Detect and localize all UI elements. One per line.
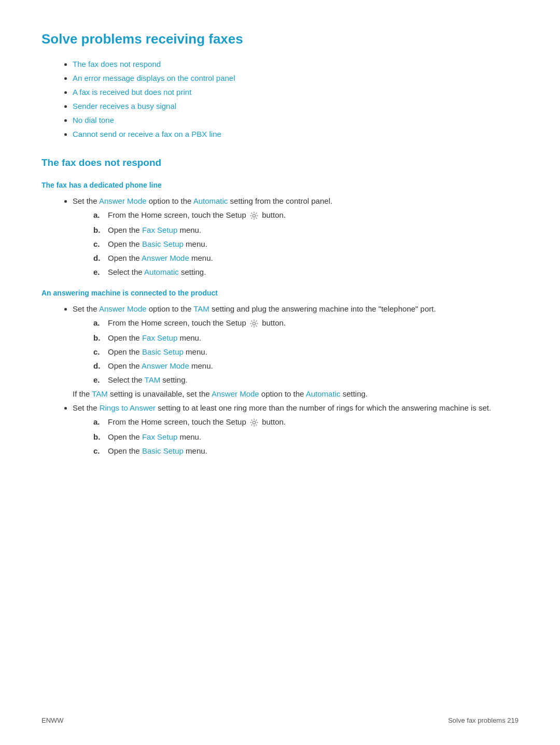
automatic-link3[interactable]: Automatic [306, 389, 341, 398]
step-1c: c. Open the Basic Setup menu. [93, 240, 519, 248]
step-content-2e: Select the TAM setting. [108, 375, 188, 384]
svg-point-1 [253, 322, 255, 325]
step-label-2c: c. [93, 347, 108, 356]
step-label-1e: e. [93, 268, 108, 276]
step-content-2b: Open the Fax Setup menu. [108, 333, 201, 342]
tam-link3[interactable]: TAM [92, 389, 108, 398]
step-label-2e: e. [93, 375, 108, 384]
svg-point-0 [253, 214, 255, 217]
toc-item-1[interactable]: The fax does not respond [73, 60, 519, 68]
step-2c: c. Open the Basic Setup menu. [93, 347, 519, 356]
basic-setup-link2[interactable]: Basic Setup [142, 347, 184, 356]
automatic-link2[interactable]: Automatic [144, 268, 179, 276]
toc-link-4[interactable]: Sender receives a busy signal [73, 102, 176, 110]
step-3b: b. Open the Fax Setup menu. [93, 432, 519, 441]
subsection2-bullets: Set the Answer Mode option to the TAM se… [41, 304, 519, 455]
svg-point-2 [253, 421, 255, 424]
step-3c: c. Open the Basic Setup menu. [93, 446, 519, 455]
setup-icon-2a [248, 318, 262, 327]
subsection1-bullet1: Set the Answer Mode option to the Automa… [73, 196, 519, 276]
subsection1-steps: a. From the Home screen, touch the Setup… [73, 210, 519, 276]
step-label-1d: d. [93, 254, 108, 262]
rings-to-answer-link[interactable]: Rings to Answer [100, 403, 156, 412]
tam-link2[interactable]: TAM [145, 375, 161, 384]
toc-link-6[interactable]: Cannot send or receive a fax on a PBX li… [73, 130, 221, 138]
subsection2-steps2: a. From the Home screen, touch the Setup… [73, 417, 519, 455]
footer-left: ENWW [41, 716, 64, 724]
step-content-2a: From the Home screen, touch the Setup bu… [108, 318, 286, 328]
toc-link-3[interactable]: A fax is received but does not print [73, 88, 191, 96]
setup-icon-1a [248, 210, 262, 219]
basic-setup-link3[interactable]: Basic Setup [142, 446, 184, 455]
tam-link1[interactable]: TAM [193, 304, 209, 313]
toc-link-1[interactable]: The fax does not respond [73, 60, 161, 68]
fax-setup-link1[interactable]: Fax Setup [142, 226, 177, 234]
step-content-1c: Open the Basic Setup menu. [108, 240, 207, 248]
step-content-1a: From the Home screen, touch the Setup bu… [108, 210, 286, 220]
step-content-2c: Open the Basic Setup menu. [108, 347, 207, 356]
step-2e: e. Select the TAM setting. [93, 375, 519, 384]
step-label-3b: b. [93, 432, 108, 441]
subsection1-bullet1-main: Set the Answer Mode option to the Automa… [73, 196, 332, 205]
step-1b: b. Open the Fax Setup menu. [93, 226, 519, 234]
page-footer: ENWW Solve fax problems 219 [41, 716, 519, 724]
step-content-1e: Select the Automatic setting. [108, 268, 206, 276]
subsection1-title: The fax has a dedicated phone line [41, 181, 519, 189]
section1-title: The fax does not respond [41, 157, 519, 168]
tam-note: If the TAM setting is unavailable, set t… [73, 389, 519, 398]
answer-mode-link5[interactable]: Answer Mode [212, 389, 259, 398]
step-label-3c: c. [93, 446, 108, 455]
step-label-2d: d. [93, 361, 108, 370]
subsection2-title: An answering machine is connected to the… [41, 289, 519, 297]
step-1a: a. From the Home screen, touch the Setup… [93, 210, 519, 220]
step-3a: a. From the Home screen, touch the Setup… [93, 417, 519, 427]
fax-setup-link3[interactable]: Fax Setup [142, 432, 177, 441]
toc-item-5[interactable]: No dial tone [73, 116, 519, 124]
subsection2-bullet1: Set the Answer Mode option to the TAM se… [73, 304, 519, 398]
toc-item-2[interactable]: An error message displays on the control… [73, 74, 519, 82]
step-label-3a: a. [93, 417, 108, 427]
basic-setup-link1[interactable]: Basic Setup [142, 240, 184, 248]
automatic-link1[interactable]: Automatic [193, 196, 228, 205]
toc-link-5[interactable]: No dial tone [73, 116, 114, 124]
subsection2-bullet2: Set the Rings to Answer setting to at le… [73, 403, 519, 455]
setup-icon-3a [248, 417, 262, 426]
step-1e: e. Select the Automatic setting. [93, 268, 519, 276]
step-2b: b. Open the Fax Setup menu. [93, 333, 519, 342]
answer-mode-link1[interactable]: Answer Mode [99, 196, 147, 205]
answer-mode-link4[interactable]: Answer Mode [142, 361, 189, 370]
step-content-1b: Open the Fax Setup menu. [108, 226, 201, 234]
step-label-2b: b. [93, 333, 108, 342]
subsection2-bullet1-main: Set the Answer Mode option to the TAM se… [73, 304, 436, 313]
step-content-3c: Open the Basic Setup menu. [108, 446, 207, 455]
step-content-3a: From the Home screen, touch the Setup bu… [108, 417, 286, 427]
toc-list: The fax does not respond An error messag… [41, 60, 519, 138]
footer-right: Solve fax problems 219 [448, 716, 519, 724]
subsection2-steps1: a. From the Home screen, touch the Setup… [73, 318, 519, 384]
step-2d: d. Open the Answer Mode menu. [93, 361, 519, 370]
fax-setup-link2[interactable]: Fax Setup [142, 333, 177, 342]
page-title: Solve problems receiving faxes [41, 31, 519, 47]
answer-mode-link2[interactable]: Answer Mode [142, 254, 189, 262]
step-1d: d. Open the Answer Mode menu. [93, 254, 519, 262]
subsection2-bullet2-main: Set the Rings to Answer setting to at le… [73, 403, 491, 412]
step-2a: a. From the Home screen, touch the Setup… [93, 318, 519, 328]
step-label-1c: c. [93, 240, 108, 248]
step-content-1d: Open the Answer Mode menu. [108, 254, 213, 262]
step-label-1a: a. [93, 210, 108, 220]
toc-item-3[interactable]: A fax is received but does not print [73, 88, 519, 96]
toc-item-4[interactable]: Sender receives a busy signal [73, 102, 519, 110]
step-content-3b: Open the Fax Setup menu. [108, 432, 201, 441]
toc-link-2[interactable]: An error message displays on the control… [73, 74, 235, 82]
answer-mode-link3[interactable]: Answer Mode [99, 304, 147, 313]
step-label-1b: b. [93, 226, 108, 234]
step-content-2d: Open the Answer Mode menu. [108, 361, 213, 370]
toc-item-6[interactable]: Cannot send or receive a fax on a PBX li… [73, 130, 519, 138]
subsection1-bullets: Set the Answer Mode option to the Automa… [41, 196, 519, 276]
step-label-2a: a. [93, 318, 108, 328]
